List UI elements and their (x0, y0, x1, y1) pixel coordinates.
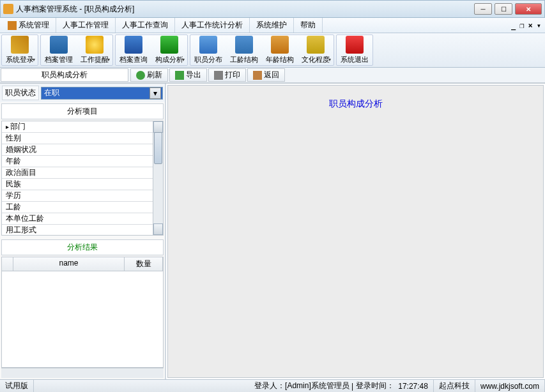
row-handle-col (2, 257, 13, 271)
menu-bar: 系统管理 人事工作管理 人事工作查询 人事工作统计分析 系统维护 帮助 _ ❐ … (0, 18, 545, 33)
login-icon (11, 36, 29, 54)
status-combo[interactable]: 在职 (41, 87, 163, 100)
content-area: 职员状态 在职 分析项目 部门 性别 婚姻状况 年龄 政治面目 民族 学历 工龄… (0, 83, 545, 379)
sub-toolbar: 职员构成分析 刷新 导出 打印 返回 (0, 68, 545, 83)
title-bar: 人事档案管理系统 - [职员构成分析] (0, 0, 545, 18)
list-item[interactable]: 本单位工龄 (2, 213, 153, 225)
toolbar-age[interactable]: 年龄结构 (262, 35, 298, 65)
wrench-icon (235, 36, 253, 54)
chart-icon (160, 36, 178, 54)
status-label: 职员状态 (2, 86, 39, 100)
maximize-button[interactable] (495, 3, 512, 15)
toolbar-exit[interactable]: 系统退出 (337, 35, 372, 65)
list-item[interactable]: 政治面目 (2, 167, 153, 179)
list-item[interactable]: 部门 (2, 121, 153, 133)
main-toolbar: 系统登录▾ 档案管理 工作提醒▾ 档案查询 构成分析▾ 职员分布 工龄结构 年龄… (0, 33, 545, 68)
menu-personnel-stats[interactable]: 人事工作统计分析 (175, 18, 250, 33)
h-scrollbar[interactable] (1, 368, 164, 378)
export-icon (175, 71, 184, 80)
result-table: name 数量 (1, 257, 164, 368)
mdi-minimize-icon[interactable]: _ (510, 21, 517, 30)
status-bar: 试用版 登录人：[Admin]系统管理员 | 登录时间： 17:27:48 起点… (0, 379, 545, 392)
window-title: 人事档案管理系统 - [职员构成分析] (16, 4, 474, 15)
mdi-close-icon[interactable]: × (527, 21, 534, 30)
list-item[interactable]: 民族 (2, 179, 153, 190)
chart-title: 职员构成分析 (168, 98, 543, 110)
app-icon (3, 4, 13, 14)
toolbar-tenure[interactable]: 工龄结构 (226, 35, 262, 65)
age-icon (271, 36, 289, 54)
minimize-button[interactable] (474, 3, 492, 15)
edition-label: 试用版 (0, 380, 34, 392)
toolbar-distribution[interactable]: 职员分布 (190, 35, 226, 65)
col-name[interactable]: name (13, 257, 125, 271)
left-panel: 职员状态 在职 分析项目 部门 性别 婚姻状况 年龄 政治面目 民族 学历 工龄… (0, 84, 166, 379)
chart-panel: 职员构成分析 (167, 85, 544, 378)
toolbar-file-query[interactable]: 档案查询 (116, 35, 151, 65)
toolbar-composition[interactable]: 构成分析▾ (151, 35, 187, 65)
list-item[interactable]: 学历 (2, 190, 153, 202)
menu-icon (8, 21, 17, 30)
toolbar-login[interactable]: 系统登录▾ (2, 35, 38, 65)
menu-help[interactable]: 帮助 (294, 18, 323, 33)
analysis-items-header: 分析项目 (1, 103, 164, 119)
toolbar-reminder[interactable]: 工作提醒▾ (77, 35, 112, 65)
return-icon (253, 71, 262, 80)
mdi-dropdown-icon[interactable]: ▾ (535, 21, 542, 30)
menu-maintenance[interactable]: 系统维护 (250, 18, 294, 33)
close-button[interactable] (515, 3, 542, 15)
list-item[interactable]: 年龄 (2, 156, 153, 167)
file-icon (50, 36, 68, 54)
url-label[interactable]: www.jdkjsoft.com (475, 380, 545, 392)
education-icon (307, 36, 325, 54)
bulb-icon (86, 36, 104, 54)
menu-system[interactable]: 系统管理 (1, 18, 56, 33)
toolbar-education[interactable]: 文化程度▾ (298, 35, 334, 65)
subtoolbar-title: 职员构成分析 (1, 68, 128, 82)
person-icon (199, 36, 217, 54)
login-info: 登录人：[Admin]系统管理员 | 登录时间： 17:27:48 (249, 380, 434, 392)
refresh-icon (136, 71, 145, 80)
print-button[interactable]: 打印 (208, 68, 246, 82)
mdi-controls: _ ❐ × ▾ (510, 18, 545, 33)
refresh-button[interactable]: 刷新 (130, 68, 168, 82)
toolbar-file-manage[interactable]: 档案管理 (41, 35, 77, 65)
menu-personnel-manage[interactable]: 人事工作管理 (56, 18, 116, 33)
print-icon (214, 71, 223, 80)
result-header: 分析结果 (1, 239, 164, 255)
menu-personnel-query[interactable]: 人事工作查询 (116, 18, 175, 33)
scrollbar[interactable] (153, 121, 163, 235)
return-button[interactable]: 返回 (247, 68, 285, 82)
list-item[interactable]: 用工形式 (2, 225, 153, 236)
list-item[interactable]: 性别 (2, 133, 153, 144)
list-item[interactable]: 婚姻状况 (2, 144, 153, 156)
search-icon (125, 36, 142, 54)
exit-icon (346, 36, 364, 54)
list-item[interactable]: 工龄 (2, 202, 153, 213)
analysis-items-list: 部门 性别 婚姻状况 年龄 政治面目 民族 学历 工龄 本单位工龄 用工形式 技… (2, 121, 153, 235)
mdi-restore-icon[interactable]: ❐ (518, 21, 525, 30)
export-button[interactable]: 导出 (169, 68, 207, 82)
col-count[interactable]: 数量 (125, 257, 163, 271)
company-label: 起点科技 (434, 380, 475, 392)
